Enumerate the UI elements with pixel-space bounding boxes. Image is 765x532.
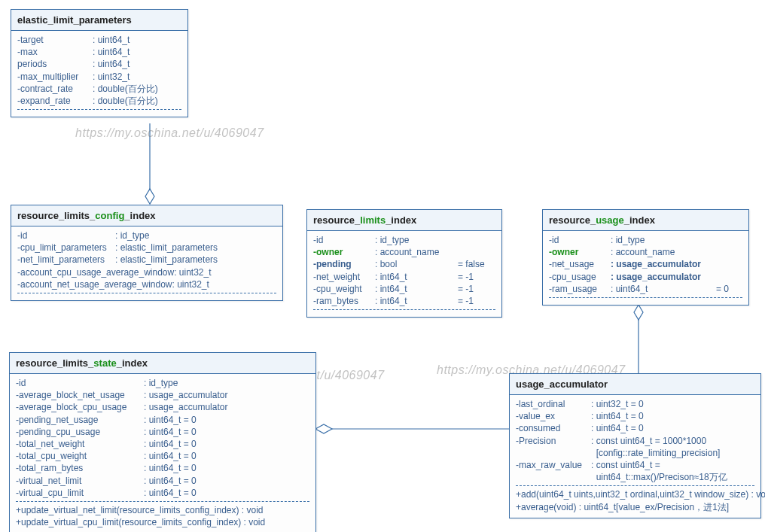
field-type: : usage_accumulator	[144, 401, 227, 413]
field-name: -virtual_net_limit	[16, 475, 144, 487]
box-body: -id: id_type -cpu_limit_parameters: elas…	[11, 226, 282, 300]
field-type: : account_name	[611, 246, 716, 258]
box-body: -id: id_type -average_block_net_usage: u…	[10, 374, 315, 532]
field-type: : double(百分比)	[93, 95, 158, 107]
field-type: : uint32_t	[174, 266, 211, 278]
field-name: -pending	[313, 258, 375, 270]
field-type: [config::rate_limiting_precision]	[591, 447, 720, 459]
field-name: -max_multiplier	[17, 71, 93, 83]
field-name: -average_block_net_usage	[16, 389, 144, 401]
field-type: : uint64_t = 0	[144, 438, 197, 450]
field-name: -average_block_cpu_usage	[16, 401, 144, 413]
field-type: : uint64_t = 0	[144, 475, 197, 487]
field-name: -cpu_usage	[549, 271, 611, 283]
method: +average(void) : uint64_t[value_ex/Preci…	[516, 501, 729, 513]
field-name: -target	[17, 34, 93, 46]
field-name: -consumed	[516, 422, 591, 434]
field-type: : uint64_t	[611, 283, 716, 295]
field-name: -ram_usage	[549, 283, 611, 295]
box-title: usage_accumulator	[510, 374, 760, 395]
title-part: _index	[117, 357, 148, 369]
method: +update_virtual_cpu_limit(resource_limit…	[16, 516, 265, 528]
title-part-green: state	[93, 357, 116, 369]
box-title: elastic_limit_parameters	[11, 10, 187, 31]
box-resource-limits-config-index: resource_limits_config_index -id: id_typ…	[11, 205, 283, 301]
field-name: -value_ex	[516, 410, 591, 422]
field-type: : uint64_t = 0	[144, 462, 197, 474]
field-type: : usage_accumulator	[611, 271, 716, 283]
field-name: -owner	[313, 246, 375, 258]
field-name: -total_ram_bytes	[16, 462, 144, 474]
field-name: -virtual_cpu_limit	[16, 487, 144, 499]
field-type: : elastic_limit_parameters	[115, 242, 218, 254]
field-type: : elastic_limit_parameters	[115, 254, 218, 266]
field-type: : uint64_t = 0	[144, 450, 197, 462]
title-part: resource_	[549, 214, 596, 226]
field-name: -id	[16, 377, 144, 389]
box-body: -id: id_type -owner: account_name -pendi…	[307, 231, 501, 317]
field-name	[516, 447, 591, 459]
box-usage-accumulator: usage_accumulator -last_ordinal: uint32_…	[509, 373, 761, 518]
field-name: -contract_rate	[17, 83, 93, 95]
box-title: resource_limits_index	[307, 210, 501, 231]
box-resource-limits-state-index: resource_limits_state_index -id: id_type…	[9, 352, 316, 532]
field-name: -ram_bytes	[313, 295, 375, 307]
field-type: : id_type	[611, 234, 716, 246]
field-type: : uint64_t = 0	[591, 422, 644, 434]
field-name: -id	[313, 234, 375, 246]
field-default: = 0	[716, 283, 729, 295]
field-name: -net_usage	[549, 258, 611, 270]
title-part: _index	[386, 214, 416, 226]
field-type: : account_name	[375, 246, 458, 258]
field-name: -net_limit_parameters	[17, 254, 115, 266]
field-name: -id	[549, 234, 611, 246]
title-part-green: config	[95, 210, 124, 221]
field-type: : bool	[375, 258, 458, 270]
field-name: -cpu_weight	[313, 283, 375, 295]
field-name: -total_cpu_weight	[16, 450, 144, 462]
field-default: = -1	[458, 271, 474, 283]
field-name: -owner	[549, 246, 611, 258]
field-type: : id_type	[375, 234, 458, 246]
field-type: : int64_t	[375, 295, 458, 307]
title-part: _index	[124, 210, 155, 221]
watermark: https://my.oschina.net/u/4069047	[75, 126, 264, 140]
field-name: -total_net_weight	[16, 438, 144, 450]
field-type: : uint64_t	[93, 58, 130, 70]
field-name: -last_ordinal	[516, 398, 591, 410]
box-resource-limits-index: resource_limits_index -id: id_type -owne…	[306, 209, 502, 318]
field-type: : uint64_t = 0	[144, 487, 197, 499]
field-type: : usage_accumulator	[611, 258, 716, 270]
field-type: : uint32_t	[93, 71, 130, 83]
box-body: -target: uint64_t -max: uint64_t periods…	[11, 31, 187, 117]
title-part-green: limits	[360, 214, 386, 226]
field-name: -expand_rate	[17, 95, 93, 107]
field-type: : uint64_t	[93, 46, 130, 58]
field-name: periods	[17, 58, 93, 70]
field-name: -cpu_limit_parameters	[17, 242, 115, 254]
field-type: : double(百分比)	[93, 83, 158, 95]
field-type: : int64_t	[375, 271, 458, 283]
box-title: resource_limits_config_index	[11, 205, 282, 226]
field-type: : int64_t	[375, 283, 458, 295]
title-part: resource_limits_	[16, 357, 93, 369]
title-part: resource_limits_	[17, 210, 95, 221]
field-name: -net_weight	[313, 271, 375, 283]
box-title: resource_usage_index	[543, 210, 748, 231]
field-type: : uint64_t	[93, 34, 130, 46]
svg-marker-1	[145, 189, 154, 204]
field-type: : uint64_t = 0	[591, 410, 644, 422]
method: +add(uint64_t uints,uint32_t ordinal,uin…	[516, 488, 765, 500]
field-name: -id	[17, 230, 115, 242]
field-name: -max_raw_value	[516, 459, 591, 471]
field-type: : uint64_t = 0	[144, 414, 197, 426]
box-body: -id: id_type -owner: account_name -net_u…	[543, 231, 748, 305]
field-default: = -1	[458, 283, 474, 295]
field-type: : id_type	[144, 377, 178, 389]
title-part: resource_	[313, 214, 360, 226]
field-name: -account_net_usage_average_window	[17, 278, 172, 290]
field-name: -account_cpu_usage_average_window	[17, 266, 174, 278]
svg-marker-3	[634, 305, 643, 320]
box-title: resource_limits_state_index	[10, 353, 315, 374]
svg-marker-5	[315, 424, 332, 433]
